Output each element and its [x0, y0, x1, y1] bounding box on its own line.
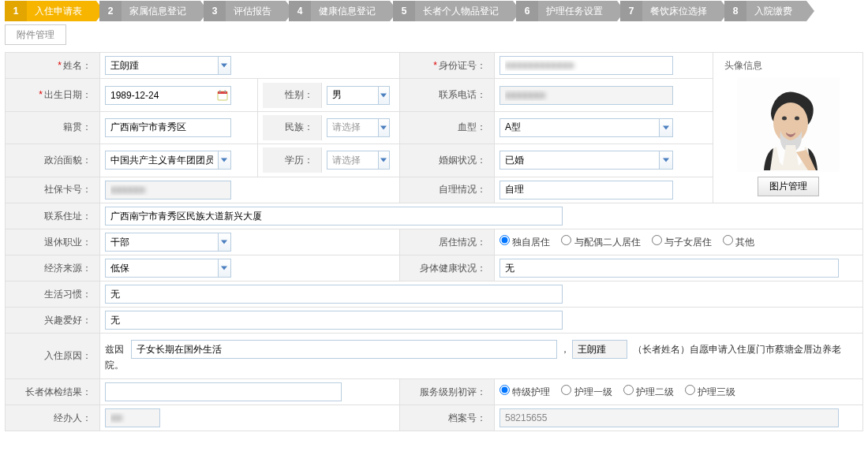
tab-attachments[interactable]: 附件管理	[5, 24, 66, 45]
tab-6[interactable]: 6护理任务设置	[516, 1, 617, 21]
habit-input[interactable]	[105, 285, 563, 304]
reason-name-input	[572, 340, 627, 359]
tab-3[interactable]: 3评估报告	[204, 1, 286, 21]
avatar-manage-button[interactable]: 图片管理	[758, 177, 819, 196]
social-no-input[interactable]	[105, 181, 231, 199]
service-option[interactable]: 护理一级	[561, 386, 612, 397]
avatar-image	[737, 77, 840, 172]
svg-rect-5	[218, 91, 227, 94]
reason-text-input[interactable]	[131, 340, 557, 359]
tab-1[interactable]: 1入住申请表	[5, 1, 96, 21]
living-radio-group: 独自居住 与配偶二人居住 与子女居住 其他	[499, 237, 765, 248]
education-select[interactable]	[327, 151, 390, 170]
chevron-down-icon[interactable]	[378, 87, 389, 104]
service-option[interactable]: 护理三级	[685, 386, 735, 397]
calendar-icon[interactable]	[215, 87, 230, 104]
living-option[interactable]: 其他	[723, 237, 754, 248]
birth-input[interactable]	[105, 86, 231, 105]
blood-select[interactable]	[499, 118, 673, 137]
lbl-name: *姓名：	[6, 53, 100, 79]
nation-select[interactable]	[327, 118, 390, 137]
tab-4[interactable]: 4健康信息登记	[289, 1, 390, 21]
living-option[interactable]: 与配偶二人居住	[561, 237, 640, 248]
phone-input[interactable]	[499, 86, 673, 105]
service-option[interactable]: 特级护理	[499, 386, 550, 397]
name-dropdown[interactable]	[218, 57, 230, 74]
service-option[interactable]: 护理二级	[623, 386, 674, 397]
living-option[interactable]: 与子女居住	[652, 237, 712, 248]
tab-7[interactable]: 7餐饮床位选择	[620, 1, 721, 21]
svg-rect-6	[219, 90, 221, 92]
tab-8[interactable]: 8入院缴费	[724, 1, 806, 21]
address-input[interactable]	[105, 207, 563, 226]
health-input[interactable]	[499, 259, 839, 278]
retire-job-select[interactable]	[105, 233, 231, 252]
operator-input[interactable]	[105, 408, 160, 427]
admission-form: *姓名： *身份证号： 头像信息	[5, 52, 863, 431]
svg-point-1	[773, 103, 808, 144]
tab-2[interactable]: 2家属信息登记	[99, 1, 200, 21]
name-input[interactable]	[105, 56, 231, 75]
tab-5[interactable]: 5长者个人物品登记	[393, 1, 513, 21]
political-select[interactable]	[105, 151, 231, 170]
svg-point-3	[795, 117, 799, 121]
hobby-input[interactable]	[105, 311, 563, 330]
exam-result-input[interactable]	[105, 382, 342, 401]
lbl-idcard: *身份证号：	[400, 53, 495, 79]
self-care-input[interactable]	[499, 181, 673, 199]
archive-no-input	[499, 408, 839, 427]
wizard-tabs: 1入住申请表2家属信息登记3评估报告4健康信息登记5长者个人物品登记6护理任务设…	[5, 0, 863, 46]
income-select[interactable]	[105, 259, 231, 278]
native-place-input[interactable]	[105, 118, 231, 137]
gender-select[interactable]	[327, 86, 390, 105]
idcard-input[interactable]	[499, 56, 673, 75]
svg-point-2	[782, 117, 787, 121]
svg-rect-7	[225, 90, 226, 92]
avatar-section: 头像信息 图片管理	[718, 56, 858, 199]
marital-select[interactable]	[499, 151, 673, 170]
living-option[interactable]: 独自居住	[499, 237, 550, 248]
service-level-radio-group: 特级护理 护理一级 护理二级 护理三级	[499, 386, 746, 397]
